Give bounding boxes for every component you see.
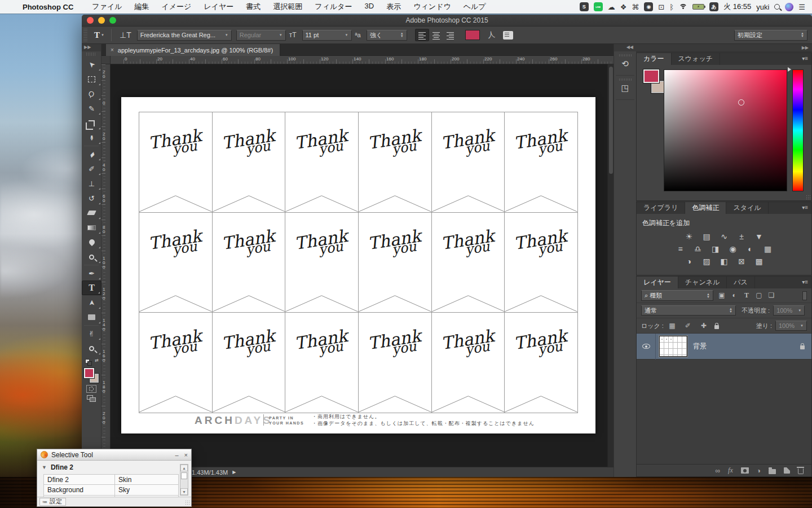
text-orientation-icon[interactable]: ⊥T	[120, 30, 131, 40]
align-right-button[interactable]	[443, 29, 457, 41]
selective-row[interactable]: Dfine 2Skin	[43, 474, 179, 485]
lasso-tool[interactable]: Ϙ	[82, 86, 102, 101]
panel-menu-icon[interactable]: ▾≡	[802, 55, 808, 62]
curves-icon[interactable]: ∿	[718, 231, 730, 242]
lock-transparency-icon[interactable]: ▦	[667, 322, 677, 330]
screen-mode-icon[interactable]	[87, 395, 96, 402]
scroll-thumb[interactable]	[181, 472, 187, 479]
resize-grip[interactable]	[185, 500, 191, 506]
eyedropper-tool[interactable]: ✒	[82, 130, 102, 145]
clone-stamp-tool[interactable]: ⊥	[82, 176, 102, 191]
gradient-map-icon[interactable]: ▩	[753, 256, 765, 266]
tab-カラー[interactable]: カラー	[637, 53, 672, 65]
tab-パス[interactable]: パス	[727, 277, 755, 288]
scroll-up-icon[interactable]: ▲	[180, 465, 188, 471]
input-source-icon[interactable]: あ	[709, 2, 718, 11]
foreground-color-swatch[interactable]	[84, 368, 94, 378]
siri-icon[interactable]	[785, 3, 793, 11]
layer-style-icon[interactable]: fx	[728, 466, 733, 475]
eraser-tool[interactable]	[82, 205, 102, 220]
levels-icon[interactable]: ▤	[700, 231, 713, 242]
tab-レイヤー[interactable]: レイヤー	[637, 277, 678, 288]
font-style-select[interactable]: Regular▼	[236, 30, 286, 41]
layer-filter-select[interactable]: ⌕ 種類▲▼	[641, 290, 713, 301]
new-adjustment-layer-icon[interactable]: ◑	[757, 467, 761, 475]
zoom-window-button[interactable]	[109, 17, 116, 24]
tab-スタイル[interactable]: スタイル	[726, 202, 768, 214]
line-icon[interactable]: LINE	[594, 2, 603, 11]
panel-menu-icon[interactable]: ▾≡	[802, 204, 808, 211]
status-menu-icon[interactable]: ▶	[232, 470, 236, 475]
scrollbar-thumb[interactable]	[609, 67, 613, 174]
menu-3D[interactable]: 3D	[359, 2, 381, 12]
hue-saturation-icon[interactable]: ≡	[674, 244, 687, 254]
close-window-button[interactable]	[87, 17, 94, 24]
window-titlebar[interactable]: Adobe Photoshop CC 2015	[82, 15, 812, 26]
menu-表示[interactable]: 表示	[380, 2, 407, 12]
type-tool-badge[interactable]: T▼	[92, 29, 107, 42]
blur-tool[interactable]	[82, 235, 102, 249]
filter-pixel-layers-icon[interactable]: ▣	[717, 291, 727, 300]
pen-tool[interactable]: ✒	[82, 266, 102, 281]
zoom-tool[interactable]	[82, 341, 102, 356]
menu-書式[interactable]: 書式	[240, 2, 267, 12]
gradient-tool[interactable]	[82, 220, 102, 235]
vertical-ruler[interactable]: 20020406080100120140160180200	[102, 64, 111, 467]
posterize-icon[interactable]: ▨	[700, 256, 713, 266]
history-brush-tool[interactable]: ↺	[82, 191, 102, 205]
layer-thumbnail[interactable]	[659, 336, 687, 357]
dfine-section-header[interactable]: ▼ Dfine 2	[37, 461, 191, 473]
menu-フィルター[interactable]: フィルター	[308, 2, 358, 12]
expand-dock-icon[interactable]: ◀◀	[614, 44, 636, 51]
vibrance-icon[interactable]: ▼	[753, 231, 765, 242]
canvas-area[interactable]: ThankyouThankyouThankyouThankyouThankyou…	[111, 64, 614, 467]
threshold-icon[interactable]: ◧	[718, 256, 730, 266]
wifi-icon[interactable]	[679, 4, 687, 10]
notification-center-icon[interactable]: ☰	[798, 3, 805, 11]
filter-adjustment-layers-icon[interactable]: ◐	[729, 291, 739, 300]
keyboard-command-icon[interactable]: ⌘	[632, 3, 639, 11]
warp-text-icon[interactable]: 人	[487, 29, 496, 41]
saturation-brightness-field[interactable]	[664, 69, 787, 191]
type-tool[interactable]: T	[82, 281, 102, 295]
minimize-window-button[interactable]	[98, 17, 105, 24]
minimize-icon[interactable]: –	[175, 452, 178, 458]
settings-button[interactable]: ≔設定	[39, 498, 66, 506]
add-layer-mask-icon[interactable]	[741, 467, 749, 474]
delete-layer-icon[interactable]	[798, 468, 804, 474]
app-icon-blue[interactable]: ◉	[644, 2, 653, 11]
close-document-icon[interactable]: ×	[111, 47, 114, 53]
layer-visibility-toggle[interactable]	[637, 334, 656, 360]
font-family-select[interactable]: Fredericka the Great Reg...▼	[137, 30, 232, 41]
vertical-scrollbar[interactable]	[607, 64, 614, 467]
layer-row-background[interactable]: 背景	[637, 334, 811, 360]
dodge-tool[interactable]	[82, 249, 102, 264]
tab-チャンネル[interactable]: チャンネル	[678, 277, 727, 288]
invert-icon[interactable]: ◑	[683, 256, 695, 266]
scroll-down-icon[interactable]: ▼	[180, 488, 188, 495]
anti-alias-select[interactable]: 強く▲▼	[367, 30, 407, 41]
opacity-select[interactable]: 100%▼	[773, 305, 805, 316]
horizontal-ruler[interactable]: 020406080100120140160180200220240260280	[111, 56, 614, 64]
panel-resize-grip[interactable]	[806, 195, 810, 199]
panel-menu-icon[interactable]: ▾≡	[802, 279, 808, 285]
menu-編集[interactable]: 編集	[128, 2, 155, 12]
menu-ヘルプ[interactable]: ヘルプ	[457, 2, 492, 12]
fill-select[interactable]: 100%▼	[775, 321, 807, 331]
toggle-panels-icon[interactable]	[503, 31, 513, 40]
menubar-clock[interactable]: 火 16:55	[723, 2, 751, 12]
foreground-background-swatches[interactable]	[84, 368, 99, 383]
color-cursor[interactable]	[738, 99, 744, 106]
move-tool[interactable]: ➤	[82, 57, 102, 72]
selective-color-icon[interactable]: ⊠	[735, 256, 748, 266]
brush-tool[interactable]: ✐	[82, 161, 102, 176]
lock-paint-icon[interactable]: ✐	[683, 322, 693, 330]
user-menu[interactable]: yuki	[756, 3, 769, 11]
close-icon[interactable]: ×	[184, 452, 188, 458]
default-swap-colors-icon[interactable]: ⇄	[84, 358, 99, 366]
document-tab[interactable]: × appleyummypieFor_13_archdays.jpg @ 100…	[106, 44, 280, 56]
selective-tool-scrollbar[interactable]: ▲ ▼	[180, 464, 188, 496]
filter-smart-objects-icon[interactable]: ❏	[766, 291, 776, 300]
menu-イメージ[interactable]: イメージ	[155, 2, 197, 12]
spotlight-icon[interactable]	[774, 4, 780, 10]
